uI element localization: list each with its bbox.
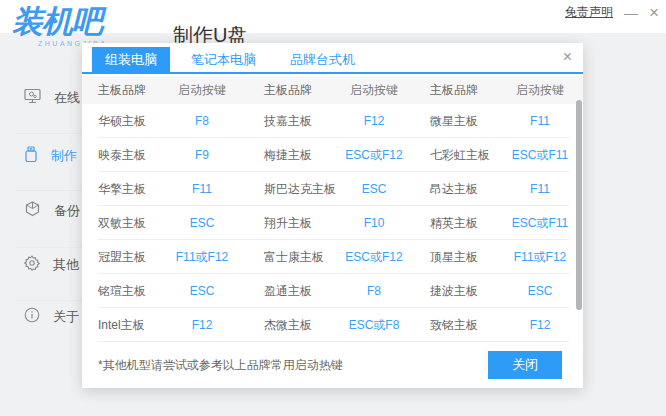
brand-cell: 斯巴达克主板 (264, 172, 336, 206)
brand-cell: 铭瑄主板 (98, 274, 146, 308)
table-row: 冠盟主板F11或F12富士康主板ESC或F12顶星主板F11或F12 (82, 240, 583, 274)
brand-cell: 冠盟主板 (98, 240, 146, 274)
boot-key-cell: F12 (492, 308, 588, 342)
brand-cell: 微星主板 (430, 104, 478, 138)
monitor-icon (24, 88, 41, 108)
brand-cell: 华硕主板 (98, 104, 146, 138)
boot-key-cell: F9 (158, 138, 246, 172)
scrollbar-thumb[interactable] (576, 100, 582, 310)
brand-cell: 精英主板 (430, 206, 478, 240)
column-header: 启动按键 (328, 76, 420, 104)
column-header: 启动按键 (158, 76, 246, 104)
disclaimer-link[interactable]: 免责声明 (565, 4, 613, 21)
sidebar-item-label: 备份 (54, 202, 80, 220)
boot-key-cell: ESC或F12 (328, 138, 420, 172)
table-row: 华硕主板F8技嘉主板F12微星主板F11 (82, 104, 583, 138)
brand-cell: 梅捷主板 (264, 138, 312, 172)
boot-key-cell: F10 (328, 206, 420, 240)
brand-cell: 致铭主板 (430, 308, 478, 342)
brand-cell: 盈通主板 (264, 274, 312, 308)
dialog-tabbar: 组装电脑笔记本电脑品牌台式机 (82, 43, 583, 74)
close-button[interactable]: 关闭 (488, 351, 562, 379)
table-row: 双敏主板ESC翔升主板F10精英主板ESC或F11 (82, 206, 583, 240)
table-row: 华擎主板F11斯巴达克主板ESC昂达主板F11 (82, 172, 583, 206)
brand-cell: Intel主板 (98, 308, 145, 342)
boot-key-cell: F8 (328, 274, 420, 308)
table-row: 铭瑄主板ESC盈通主板F8捷波主板ESC (82, 274, 583, 308)
table-row: 映泰主板F9梅捷主板ESC或F12七彩虹主板ESC或F11 (82, 138, 583, 172)
table-row: Intel主板F12杰微主板ESC或F8致铭主板F12 (82, 308, 583, 342)
titlebar-controls: 免责声明 — × (565, 4, 659, 21)
boot-key-cell: ESC或F12 (328, 240, 420, 274)
brand-cell: 杰微主板 (264, 308, 312, 342)
boot-key-cell: ESC (158, 206, 246, 240)
brand-cell: 双敏主板 (98, 206, 146, 240)
sidebar-divider (15, 190, 82, 191)
info-icon (24, 307, 40, 327)
brand-cell: 技嘉主板 (264, 104, 312, 138)
boot-key-cell: ESC (492, 274, 588, 308)
footer-note: *其他机型请尝试或参考以上品牌常用启动热键 (98, 357, 343, 374)
boot-key-cell: F11或F12 (492, 240, 588, 274)
sidebar-item-label: 关于 (53, 308, 79, 326)
brand-cell: 昂达主板 (430, 172, 478, 206)
boot-key-cell: F8 (158, 104, 246, 138)
brand-cell: 映泰主板 (98, 138, 146, 172)
dialog-footer: *其他机型请尝试或参考以上品牌常用启动热键 关闭 (82, 342, 583, 388)
app-logo: 装机吧 ZHUANGJIBA (12, 1, 107, 47)
boot-key-cell: F12 (328, 104, 420, 138)
brand-cell: 顶星主板 (430, 240, 478, 274)
boot-key-cell: ESC (158, 274, 246, 308)
app-window: 装机吧 ZHUANGJIBA 制作U盘 免责声明 — × 在线制作备份其他关于 … (0, 0, 666, 416)
sidebar-item-label: 其他 (53, 256, 79, 274)
gear-icon (24, 255, 40, 275)
boot-key-cell: ESC或F11 (492, 138, 588, 172)
column-header: 主板品牌 (430, 76, 478, 104)
table-body: 华硕主板F8技嘉主板F12微星主板F11映泰主板F9梅捷主板ESC或F12七彩虹… (82, 104, 583, 342)
boot-key-cell: F11或F12 (158, 240, 246, 274)
boot-key-cell: F12 (158, 308, 246, 342)
dialog-close-icon[interactable]: × (563, 48, 572, 66)
tab-组装电脑[interactable]: 组装电脑 (92, 47, 170, 72)
tab-品牌台式机[interactable]: 品牌台式机 (277, 47, 368, 72)
usb-drive-icon (24, 146, 38, 167)
backup-icon (24, 201, 41, 221)
sidebar: 在线制作备份其他关于 (0, 0, 84, 416)
minimize-icon[interactable]: — (624, 6, 638, 20)
boot-key-cell: F11 (158, 172, 246, 206)
brand-cell: 翔升主板 (264, 206, 312, 240)
sidebar-divider (15, 247, 82, 248)
column-header: 启动按键 (492, 76, 588, 104)
boot-key-cell: F11 (492, 104, 588, 138)
sidebar-divider (15, 133, 82, 134)
brand-name: 装机吧 (12, 1, 107, 43)
boot-key-dialog: × 组装电脑笔记本电脑品牌台式机 主板品牌启动按键主板品牌启动按键主板品牌启动按… (82, 43, 583, 388)
brand-cell: 富士康主板 (264, 240, 324, 274)
brand-cell: 七彩虹主板 (430, 138, 490, 172)
sidebar-item-label: 制作 (51, 147, 77, 165)
boot-key-cell: ESC或F11 (492, 206, 588, 240)
column-header: 主板品牌 (98, 76, 146, 104)
column-header: 主板品牌 (264, 76, 312, 104)
close-icon[interactable]: × (649, 6, 659, 20)
tab-笔记本电脑[interactable]: 笔记本电脑 (178, 47, 269, 72)
table-header-row: 主板品牌启动按键主板品牌启动按键主板品牌启动按键 (82, 76, 583, 104)
boot-key-cell: ESC (328, 172, 420, 206)
brand-cell: 捷波主板 (430, 274, 478, 308)
sidebar-item-label: 在线 (54, 89, 80, 107)
sidebar-divider (15, 300, 82, 301)
brand-cell: 华擎主板 (98, 172, 146, 206)
boot-key-cell: F11 (492, 172, 588, 206)
boot-key-cell: ESC或F8 (328, 308, 420, 342)
